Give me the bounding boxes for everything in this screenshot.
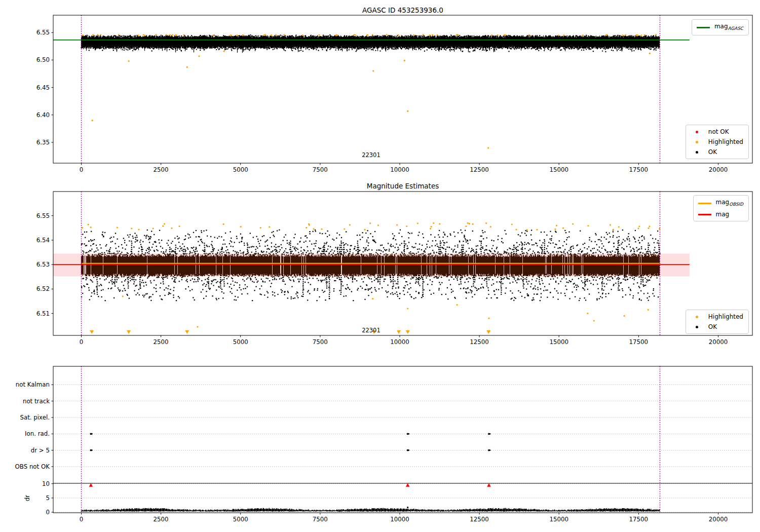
tick-label: 6.52 xyxy=(36,285,50,292)
legend-dot-marker xyxy=(691,326,704,328)
legend-item-point: OK xyxy=(691,148,743,156)
tick-label: 6.55 xyxy=(36,212,50,219)
tick-label: 12500 xyxy=(470,516,489,523)
tick-label: 10000 xyxy=(390,338,409,346)
tick-label: 0 xyxy=(80,166,84,173)
legend-item-line: magOBSID xyxy=(698,198,743,208)
tick-label: 6.53 xyxy=(36,261,50,268)
tick-label: 17500 xyxy=(629,516,649,523)
legend-line-marker xyxy=(698,214,711,215)
tick-label: dr > 5 xyxy=(31,447,50,454)
tick-label: 6.45 xyxy=(36,84,50,91)
legend-item-point: Highlighted xyxy=(691,138,743,146)
tick-label: 5000 xyxy=(233,516,248,523)
tick-label: 2500 xyxy=(154,516,169,523)
tick-label: Sat. pixel. xyxy=(20,414,50,421)
legend-mag-agasc: magAGASC xyxy=(692,19,749,35)
figure: 025005000750010000125001500017500200006.… xyxy=(0,0,760,532)
tick-label: 6.54 xyxy=(36,237,50,244)
tick-label: 15000 xyxy=(549,516,568,523)
panel-mag-agasc: 025005000750010000125001500017500200006.… xyxy=(36,15,752,173)
legend-label: magAGASC xyxy=(714,22,743,32)
middle-plot-obsid-annotation: 22301 xyxy=(362,327,381,334)
tick-label: Ion. rad. xyxy=(25,430,50,437)
top-plot-obsid-annotation: 22301 xyxy=(362,151,381,159)
legend-label: mag xyxy=(716,210,730,218)
legend-label: OK xyxy=(708,323,717,331)
tick-label: 17500 xyxy=(629,166,649,173)
tick-label: 10 xyxy=(42,480,50,487)
legend-item-line: magAGASC xyxy=(697,22,743,32)
legend-item-point: Highlighted xyxy=(691,313,743,321)
tick-label: 15000 xyxy=(549,338,568,346)
tick-label: 7500 xyxy=(313,338,328,346)
tick-label: 5000 xyxy=(233,338,248,346)
tick-label: 0 xyxy=(46,509,50,516)
panel-mag-estimates: 025005000750010000125001500017500200006.… xyxy=(36,192,752,346)
tick-label: 17500 xyxy=(629,338,649,346)
legend-mag-lines: magOBSIDmag xyxy=(693,195,749,221)
tick-label: 6.55 xyxy=(36,29,50,36)
tick-label: 6.35 xyxy=(36,139,50,146)
tick-label: 6.50 xyxy=(36,56,50,63)
tick-label: 15000 xyxy=(549,166,568,173)
legend-dot-marker xyxy=(691,316,704,318)
tick-label: 20000 xyxy=(709,166,728,173)
tick-label: 10000 xyxy=(390,166,409,173)
legend-dot-marker xyxy=(691,141,704,143)
legend-label: Highlighted xyxy=(708,138,743,146)
legend-line-marker xyxy=(697,27,710,28)
tick-label: 20000 xyxy=(709,338,728,346)
legend-top-markers: not OKHighlightedOK xyxy=(686,125,749,159)
legend-label: OK xyxy=(708,148,717,156)
legend-label: Highlighted xyxy=(708,313,743,321)
top-plot-title: AGASC ID 453253936.0 xyxy=(362,6,443,14)
tick-label: 0 xyxy=(80,338,84,346)
legend-label: magOBSID xyxy=(716,198,743,208)
tick-label: 10000 xyxy=(390,516,409,523)
panel-flags: 02500500075001000012500150001750020000no… xyxy=(15,366,752,523)
tick-label: OBS not OK xyxy=(15,463,50,470)
legend-item-point: not OK xyxy=(691,128,743,136)
legend-dot-marker xyxy=(691,131,704,133)
tick-label: 2500 xyxy=(154,338,169,346)
legend-label: not OK xyxy=(708,128,729,136)
tick-label: not track xyxy=(23,398,50,405)
tick-label: 12500 xyxy=(470,338,489,346)
tick-label: 6.51 xyxy=(36,310,50,317)
legend-mid-markers: HighlightedOK xyxy=(686,310,749,334)
legend-dot-marker xyxy=(691,151,704,154)
tick-label: dr xyxy=(24,495,31,501)
tick-label: not Kalman xyxy=(16,381,50,388)
legend-item-point: OK xyxy=(691,323,743,331)
tick-label: 5000 xyxy=(233,166,248,173)
tick-label: 20000 xyxy=(709,516,728,523)
tick-label: 6.40 xyxy=(36,111,50,119)
middle-plot-title: Magnitude Estimates xyxy=(367,182,439,190)
legend-line-marker xyxy=(698,203,711,204)
tick-label: 12500 xyxy=(470,166,489,173)
tick-label: 2500 xyxy=(154,166,169,173)
tick-label: 7500 xyxy=(313,516,328,523)
tick-label: 7500 xyxy=(313,166,328,173)
tick-label: 0 xyxy=(80,516,84,523)
legend-item-line: mag xyxy=(698,210,743,218)
plots-canvas: 025005000750010000125001500017500200006.… xyxy=(0,0,760,532)
tick-label: 5 xyxy=(46,495,50,502)
